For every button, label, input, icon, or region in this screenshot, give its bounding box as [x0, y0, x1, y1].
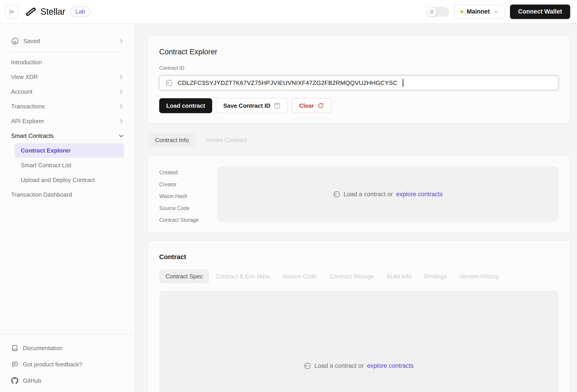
- empty-state-text: Load a contract or: [344, 191, 393, 198]
- main-content: Contract Explorer Contract ID CDLZFC3SYJ…: [135, 24, 577, 392]
- top-bar: Stellar Lab Mainnet Connect Wallet: [0, 0, 577, 24]
- sidebar-item-upload-deploy-contract[interactable]: Upload and Deploy Contract: [11, 173, 124, 187]
- contract-icon: [304, 362, 311, 369]
- sidebar-item-label: GitHub: [23, 377, 41, 384]
- tab-invoke-contract[interactable]: Invoke Contract: [198, 133, 254, 147]
- contract-card-tabs: Contract Spec Contract & Env Meta Source…: [159, 269, 558, 283]
- contract-info-empty-state: Load a contract or explore contracts: [217, 166, 558, 222]
- chevron-right-icon: [118, 89, 124, 95]
- sidebar-item-label: Upload and Deploy Contract: [21, 177, 95, 184]
- feedback-bubble-icon: [11, 361, 18, 368]
- sidebar-item-saved[interactable]: Saved: [11, 34, 124, 48]
- network-selector[interactable]: Mainnet: [455, 4, 505, 19]
- save-icon: [11, 37, 19, 45]
- chevron-right-icon: [118, 103, 124, 109]
- chevron-down-icon: [493, 9, 499, 14]
- empty-state-message: Load a contract or explore contracts: [333, 191, 443, 198]
- tab-contract-env-meta[interactable]: Contract & Env Meta: [209, 269, 276, 283]
- sidebar-item-label: Saved: [23, 37, 40, 45]
- sidebar-item-transactions[interactable]: Transactions: [11, 99, 124, 114]
- sidebar-item-label: Documentation: [23, 345, 63, 352]
- lab-badge: Lab: [70, 6, 90, 17]
- page-title: Contract Explorer: [159, 48, 558, 56]
- refresh-icon: [317, 102, 324, 109]
- sun-icon: [429, 9, 435, 15]
- sidebar-item-transaction-dashboard[interactable]: Transaction Dashboard: [11, 187, 124, 202]
- brand-name: Stellar: [40, 6, 65, 17]
- network-status-dot: [460, 10, 463, 13]
- connect-wallet-button[interactable]: Connect Wallet: [510, 4, 570, 19]
- empty-state-text: Load a contract or: [314, 362, 364, 369]
- sidebar-item-label: Transactions: [11, 103, 45, 110]
- contract-icon: [165, 79, 173, 87]
- explorer-actions: Load contract Save Contract ID Clear: [159, 98, 558, 113]
- sidebar-item-label: Transaction Dashboard: [11, 191, 72, 198]
- sidebar-item-label: Smart Contract List: [21, 162, 71, 169]
- save-contract-id-button[interactable]: Save Contract ID: [216, 98, 288, 113]
- load-contract-button[interactable]: Load contract: [159, 98, 212, 113]
- clear-button[interactable]: Clear: [292, 98, 331, 113]
- load-contract-label: Load contract: [166, 102, 205, 109]
- sidebar-divider: [11, 51, 124, 52]
- tab-source-code[interactable]: Source Code: [276, 269, 323, 283]
- sidebar-item-account[interactable]: Account: [11, 84, 124, 99]
- chevron-right-icon: [118, 74, 124, 80]
- contract-explorer-card: Contract Explorer Contract ID CDLZFC3SYJ…: [147, 35, 570, 124]
- contract-info-card: Created Creator Wasm Hash Source Code Co…: [147, 155, 570, 233]
- tab-bindings[interactable]: Bindings: [418, 269, 453, 283]
- chevron-right-icon: [118, 118, 124, 124]
- stellar-lab-page: Stellar Lab Mainnet Connect Wallet Saved: [0, 0, 577, 392]
- brand[interactable]: Stellar Lab: [25, 6, 90, 18]
- sidebar-item-label: View XDR: [11, 73, 38, 81]
- sidebar-item-feedback[interactable]: Got product feedback?: [11, 356, 123, 373]
- sidebar-item-label: Account: [11, 88, 32, 95]
- info-label-created: Created: [159, 166, 217, 179]
- github-icon: [11, 377, 18, 384]
- contract-card-title: Contract: [159, 253, 558, 261]
- tab-contract-storage[interactable]: Contract Storage: [323, 269, 380, 283]
- tab-version-history[interactable]: Version History: [453, 269, 505, 283]
- clear-label: Clear: [299, 102, 314, 109]
- contract-card: Contract Contract Spec Contract & Env Me…: [147, 241, 570, 392]
- network-label: Mainnet: [467, 8, 490, 15]
- sidebar-item-label: Got product feedback?: [23, 361, 82, 368]
- collapse-sidebar-icon: [8, 8, 15, 15]
- info-label-source-code: Source Code: [159, 202, 217, 214]
- info-label-wasm-hash: Wasm Hash: [159, 190, 217, 202]
- sidebar-item-label: Smart Contracts: [11, 132, 54, 139]
- view-tabs: Contract Info Invoke Contract: [147, 133, 570, 147]
- header-controls: Mainnet Connect Wallet: [427, 4, 570, 19]
- sidebar-item-contract-explorer[interactable]: Contract Explorer: [14, 143, 124, 158]
- explore-contracts-link[interactable]: explore contracts: [367, 362, 414, 369]
- sidebar-item-api-explorer[interactable]: API Explorer: [11, 114, 124, 128]
- sidebar-item-github[interactable]: GitHub: [11, 373, 123, 389]
- sidebar-item-documentation[interactable]: Documentation: [11, 340, 123, 356]
- sidebar-item-view-xdr[interactable]: View XDR: [11, 70, 124, 84]
- contract-id-input[interactable]: CDLZFC3SYJYDZT7K67VZ75HPJVIEUVNIXF47ZG2F…: [159, 76, 558, 90]
- sidebar-item-label: Contract Explorer: [21, 147, 71, 154]
- sidebar-item-introduction[interactable]: Introduction: [11, 55, 124, 69]
- save-contract-id-label: Save Contract ID: [223, 102, 270, 109]
- contract-id-value: CDLZFC3SYJYDZT7K67VZ75HPJVIEUVNIXF47ZG2F…: [178, 79, 397, 86]
- contract-id-label: Contract ID: [159, 65, 558, 71]
- stellar-logo-icon: [25, 6, 37, 18]
- contract-icon: [333, 191, 340, 198]
- empty-state-message: Load a contract or explore contracts: [304, 362, 413, 369]
- sidebar-item-label: Introduction: [11, 59, 42, 66]
- tab-contract-spec[interactable]: Contract Spec: [159, 269, 209, 283]
- text-cursor: [403, 79, 403, 87]
- sidebar-item-smart-contract-list[interactable]: Smart Contract List: [11, 158, 124, 172]
- tab-contract-info[interactable]: Contract Info: [147, 133, 197, 147]
- theme-toggle-knob: [427, 7, 437, 17]
- collapse-sidebar-button[interactable]: [5, 5, 19, 19]
- sidebar-item-label: API Explorer: [11, 118, 44, 125]
- save-icon: [274, 102, 281, 109]
- chevron-right-icon: [118, 38, 124, 44]
- explore-contracts-link[interactable]: explore contracts: [396, 191, 443, 198]
- chevron-down-icon: [118, 133, 124, 139]
- book-icon: [11, 344, 18, 352]
- theme-toggle[interactable]: [427, 7, 449, 17]
- sidebar-item-smart-contracts[interactable]: Smart Contracts: [11, 129, 124, 143]
- tab-build-info[interactable]: Build Info: [380, 269, 418, 283]
- contract-card-empty-state: Load a contract or explore contracts: [159, 291, 558, 392]
